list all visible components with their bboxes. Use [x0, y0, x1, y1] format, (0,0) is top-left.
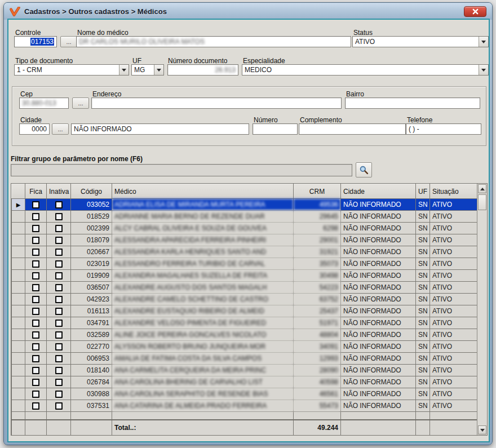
- header-crm[interactable]: CRM: [294, 184, 341, 199]
- inativa-checkbox[interactable]: [55, 201, 63, 209]
- fica-checkbox[interactable]: [32, 402, 39, 410]
- uf-dropdown[interactable]: MG: [131, 64, 164, 76]
- inativa-checkbox[interactable]: [55, 237, 63, 244]
- controle-input[interactable]: 017153: [14, 36, 57, 47]
- fica-checkbox[interactable]: [32, 237, 39, 244]
- table-row[interactable]: 032589 ALINE JOICE PEREIRA GONCALVES NIC…: [12, 329, 479, 341]
- total-label: Total..:: [112, 420, 294, 436]
- header-situacao[interactable]: Situação: [430, 184, 479, 199]
- fica-checkbox[interactable]: [32, 308, 39, 315]
- inativa-checkbox[interactable]: [55, 343, 63, 351]
- table-row[interactable]: 016113 ALEXANDRE EUSTAQUIO RIBEIRO DE AL…: [12, 305, 479, 317]
- fica-checkbox[interactable]: [32, 284, 39, 291]
- fica-checkbox[interactable]: [32, 201, 39, 209]
- complemento-input[interactable]: [299, 123, 406, 135]
- inativa-checkbox[interactable]: [55, 225, 63, 232]
- especialidade-dropdown-arrow-icon[interactable]: [479, 65, 488, 75]
- nome-medico-input[interactable]: DR CARLOS MURILO OLIVEIRA MATOS: [76, 36, 351, 47]
- search-icon: [359, 165, 369, 175]
- search-button[interactable]: [356, 162, 372, 178]
- cidade-code-input[interactable]: 0000: [19, 123, 50, 135]
- table-row[interactable]: 030988 ANA CAROLINA SERAPHITO DE RESENDE…: [12, 388, 479, 400]
- tipo-documento-dropdown-arrow-icon[interactable]: [119, 65, 129, 75]
- fica-checkbox[interactable]: [32, 272, 39, 280]
- close-icon: [472, 8, 479, 15]
- inativa-checkbox[interactable]: [55, 213, 63, 220]
- scroll-up-icon[interactable]: [478, 184, 486, 193]
- inativa-checkbox[interactable]: [55, 308, 63, 315]
- inativa-checkbox[interactable]: [55, 320, 63, 327]
- table-row[interactable]: 019909 ALEXANDRA MAGALHAES SUZELLA DE FR…: [12, 270, 479, 282]
- controle-browse-button[interactable]: ...: [60, 36, 77, 47]
- close-button[interactable]: [464, 6, 486, 17]
- filter-input[interactable]: [11, 164, 352, 176]
- numero-input[interactable]: [253, 123, 298, 135]
- table-row[interactable]: 036507 ALEXANDRE AUGUSTO DOS SANTOS MAGA…: [12, 282, 479, 294]
- inativa-checkbox[interactable]: [55, 296, 63, 303]
- fica-checkbox[interactable]: [32, 355, 39, 362]
- fica-checkbox[interactable]: [32, 391, 39, 398]
- fica-checkbox[interactable]: [32, 249, 39, 256]
- inativa-checkbox[interactable]: [55, 331, 63, 339]
- endereco-input[interactable]: [91, 97, 342, 109]
- header-uf[interactable]: UF: [416, 184, 430, 199]
- scroll-down-icon[interactable]: [478, 425, 486, 434]
- table-row[interactable]: 018079 ALESSANDRA APARECIDA FERREIRA PIN…: [12, 234, 479, 246]
- fica-checkbox[interactable]: [32, 225, 39, 232]
- inativa-checkbox[interactable]: [55, 284, 63, 291]
- uf-cell: SN: [416, 282, 430, 294]
- cidade-name-input[interactable]: NÃO INFORMADO: [71, 123, 249, 135]
- tipo-documento-dropdown[interactable]: 1 - CRM: [14, 64, 129, 76]
- fica-checkbox[interactable]: [32, 379, 39, 386]
- status-dropdown-arrow-icon[interactable]: [479, 37, 488, 47]
- cep-input[interactable]: 30.880-013: [19, 97, 69, 109]
- fica-checkbox[interactable]: [32, 343, 39, 351]
- fica-checkbox[interactable]: [32, 331, 39, 339]
- cidade-name-value: NÃO INFORMADO: [74, 125, 132, 133]
- table-row[interactable]: 020667 ALESSANDRA KARLA HENRIQUES SANTO …: [12, 246, 479, 258]
- header-inativa[interactable]: Inativa: [47, 184, 71, 199]
- fica-checkbox[interactable]: [32, 367, 39, 374]
- table-row[interactable]: 006953 AMALIA DE FATIMA COSTA DA SILVA C…: [12, 353, 479, 365]
- fica-checkbox[interactable]: [32, 260, 39, 268]
- table-row[interactable]: 002399 ALCY CABRAL OLIVEIRA E SOUZA DE G…: [12, 223, 479, 234]
- especialidade-dropdown[interactable]: MEDICO: [242, 64, 489, 76]
- inativa-checkbox[interactable]: [55, 367, 63, 374]
- app-logo-icon: [10, 7, 20, 16]
- scrollbar-thumb[interactable]: [478, 194, 486, 210]
- table-row[interactable]: 026784 ANA CAROLINA BHERING DE CARVALHO …: [12, 376, 479, 388]
- header-cidade[interactable]: Cidade: [341, 184, 416, 199]
- header-fica[interactable]: Fica: [25, 184, 47, 199]
- crm-cell: 31921: [294, 246, 341, 258]
- status-label: Status: [353, 29, 373, 37]
- inativa-cell: [47, 199, 71, 211]
- table-row[interactable]: 023019 ALESSANDRO FERREIRA TURIBIO DE CA…: [12, 258, 479, 270]
- cep-browse-button[interactable]: ...: [72, 97, 89, 109]
- header-medico[interactable]: Médico: [112, 184, 294, 199]
- header-codigo[interactable]: Código: [71, 184, 112, 199]
- inativa-checkbox[interactable]: [55, 260, 63, 268]
- uf-dropdown-arrow-icon[interactable]: [154, 65, 163, 75]
- inativa-checkbox[interactable]: [55, 379, 63, 386]
- fica-checkbox[interactable]: [32, 296, 39, 303]
- inativa-checkbox[interactable]: [55, 272, 63, 280]
- status-dropdown[interactable]: ATIVO: [352, 36, 489, 47]
- table-row[interactable]: 018529 ADRIANNE MARIA BERNO DE REZENDE D…: [12, 211, 479, 223]
- grid-scrollbar[interactable]: [477, 184, 487, 435]
- table-row[interactable]: 022770 ALYSSON ROBERTO BRUNO JUNQUEIRA M…: [12, 341, 479, 353]
- table-row[interactable]: 034791 ALEXANDRE VELOSO PIMENTA DE FIGUE…: [12, 317, 479, 329]
- telefone-input[interactable]: ( ) -: [406, 123, 481, 135]
- inativa-checkbox[interactable]: [55, 391, 63, 398]
- bairro-input[interactable]: [345, 97, 480, 109]
- table-row[interactable]: 033052 ADRIANA ELISA DE MIRANDA MURTA PE…: [12, 199, 479, 211]
- inativa-checkbox[interactable]: [55, 249, 63, 256]
- fica-checkbox[interactable]: [32, 213, 39, 220]
- cidade-browse-button[interactable]: ...: [52, 123, 69, 135]
- table-row[interactable]: 042923 ALEXANDRE CAMELO SCHETTINO DE CAS…: [12, 294, 479, 305]
- fica-checkbox[interactable]: [32, 320, 39, 327]
- inativa-checkbox[interactable]: [55, 402, 63, 410]
- numero-documento-input[interactable]: 26.913: [167, 64, 238, 76]
- inativa-checkbox[interactable]: [55, 355, 63, 362]
- table-row[interactable]: 037531 ANA CATARINA DE ALMEIDA PRADO FER…: [12, 400, 479, 412]
- table-row[interactable]: 018140 ANA CARMELITA CERQUEIRA DA MEIRA …: [12, 365, 479, 376]
